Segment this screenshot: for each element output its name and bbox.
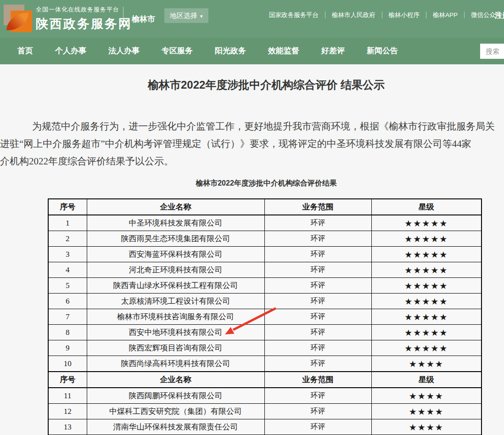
register-link[interactable]: 注册 xyxy=(495,11,504,21)
cell-serial-number: 12 xyxy=(48,404,87,419)
table-caption: 榆林市2022年度涉批中介机构综合评价结果 xyxy=(0,178,504,188)
column-header: 星级 xyxy=(371,199,482,215)
nav-item-personal-services[interactable]: 个人办事 xyxy=(55,38,86,64)
cell-star-rating: ★★★★★ xyxy=(371,215,482,231)
cell-serial-number: 9 xyxy=(48,340,87,356)
cell-business-scope: 环评 xyxy=(264,340,371,356)
cell-company-name: 西安海蓝环保科技有限公司 xyxy=(87,247,264,262)
table-row: 2陕西雨昊生态环境集团有限公司环评★★★★★ xyxy=(48,231,482,247)
table-row: 13渭南华山环保科技发展有限责任公司环评★★★★ xyxy=(48,419,482,435)
table-row: 12中煤科工西安研究院（集团）有限公司环评★★★★ xyxy=(48,404,482,419)
table-row: 8西安中地环境科技有限公司环评★★★★★ xyxy=(48,325,482,340)
site-logo-icon[interactable] xyxy=(4,5,32,33)
cell-business-scope: 环评 xyxy=(264,325,371,340)
link-yulin-miniprogram[interactable]: 榆林小程序 xyxy=(382,11,426,18)
link-yulin-gov[interactable]: 榆林市人民政府 xyxy=(325,11,382,18)
cell-company-name: 太原核清环境工程设计有限公司 xyxy=(87,294,264,309)
paragraph-line: 介机构2022年度综合评价结果予以公示。 xyxy=(0,153,504,170)
column-header: 企业名称 xyxy=(87,372,264,388)
cell-star-rating: ★★★★ xyxy=(371,419,482,435)
cell-business-scope: 环评 xyxy=(264,262,371,278)
cell-serial-number: 2 xyxy=(48,231,87,247)
column-header: 序号 xyxy=(48,372,87,388)
cell-business-scope: 环评 xyxy=(264,388,371,404)
cell-star-rating: ★★★★★ xyxy=(371,325,482,340)
cell-company-name: 渭南华山环保科技发展有限责任公司 xyxy=(87,419,264,435)
cell-star-rating: ★★★★★ xyxy=(371,247,482,262)
page-title: 榆林市2022年度涉批中介机构综合评价 结果公示 xyxy=(0,77,504,93)
column-header: 星级 xyxy=(371,372,482,388)
chevron-down-icon: ▾ xyxy=(200,13,203,19)
header-links: 国家政务服务平台榆林市人民政府榆林小程序榆林APP微信公众号 xyxy=(263,11,504,18)
table-row: 3西安海蓝环保科技有限公司环评★★★★★ xyxy=(48,247,482,262)
cell-business-scope: 环评 xyxy=(264,309,371,325)
cell-serial-number: 4 xyxy=(48,262,87,278)
paragraph-line: 为规范中介服务行为，进一步强化中介监管工作，更好地提升我市营商环境，根据《榆林市… xyxy=(0,118,504,135)
cell-serial-number: 6 xyxy=(48,294,87,309)
cell-company-name: 河北奇正环境科技有限公司 xyxy=(87,262,264,278)
column-header: 企业名称 xyxy=(87,199,264,215)
region-select-button[interactable]: 地区选择▾ xyxy=(164,8,208,23)
cell-company-name: 中圣环境科技发展有限公司 xyxy=(87,215,264,231)
nav-item-legal-person-services[interactable]: 法人办事 xyxy=(108,38,140,64)
top-header-bar: 全国一体化在线政务服务平台 陕西政务服务网 榆林市 地区选择▾ 国家政务服务平台… xyxy=(0,0,504,38)
page-content: 榆林市2022年度涉批中介机构综合评价 结果公示 为规范中介服务行为，进一步强化… xyxy=(0,64,504,435)
column-header: 业务范围 xyxy=(264,372,371,388)
paragraph-line: 进驻“网上中介服务超市”中介机构考评管理规定（试行）》要求，现将评定的中圣环境科… xyxy=(0,135,504,153)
cell-business-scope: 环评 xyxy=(264,231,371,247)
cell-company-name: 榆林市环境科技咨询服务有限公司 xyxy=(87,309,264,325)
nav-item-open-government[interactable]: 阳光政务 xyxy=(215,38,246,64)
brand-block: 全国一体化在线政务服务平台 陕西政务服务网 xyxy=(36,6,132,32)
link-yulin-app[interactable]: 榆林APP xyxy=(426,11,464,18)
search-input[interactable] xyxy=(480,44,504,59)
cell-serial-number: 3 xyxy=(48,247,87,262)
cell-serial-number: 5 xyxy=(48,278,87,294)
column-header: 序号 xyxy=(48,199,87,215)
cell-business-scope: 环评 xyxy=(264,419,371,435)
current-city-label: 榆林市 xyxy=(132,14,155,24)
cell-company-name: 陕西青山绿水环保科技工程有限公司 xyxy=(87,278,264,294)
notice-paragraph: 为规范中介服务行为，进一步强化中介监管工作，更好地提升我市营商环境，根据《榆林市… xyxy=(0,118,504,170)
notice-document: 榆林市2022年度涉批中介机构综合评价 结果公示 为规范中介服务行为，进一步强化… xyxy=(0,77,504,435)
cell-company-name: 西安中地环境科技有限公司 xyxy=(87,325,264,340)
table-row: 5陕西青山绿水环保科技工程有限公司环评★★★★★ xyxy=(48,278,482,294)
cell-star-rating: ★★★★★ xyxy=(371,231,482,247)
cell-business-scope: 环评 xyxy=(264,215,371,231)
cell-business-scope: 环评 xyxy=(264,278,371,294)
brand-divider xyxy=(123,7,123,30)
cell-star-rating: ★★★★★ xyxy=(371,278,482,294)
cell-star-rating: ★★★★★ xyxy=(371,294,482,309)
nav-item-home[interactable]: 首页 xyxy=(17,38,33,64)
main-nav-bar: 首页个人办事法人办事专区服务阳光政务效能监督好差评新闻公告 xyxy=(0,38,504,64)
column-header: 业务范围 xyxy=(264,199,371,215)
link-national-platform[interactable]: 国家政务服务平台 xyxy=(263,11,325,18)
cell-serial-number: 1 xyxy=(48,215,87,231)
cell-star-rating: ★★★★★ xyxy=(371,309,482,325)
cell-star-rating: ★★★★★ xyxy=(371,340,482,356)
cell-business-scope: 环评 xyxy=(264,356,371,372)
nav-item-efficiency-supervision[interactable]: 效能监督 xyxy=(268,38,299,64)
table-row: 9陕西宏辉项目咨询有限公司环评★★★★★ xyxy=(48,340,482,356)
table-row: 1中圣环境科技发展有限公司环评★★★★★ xyxy=(48,215,482,231)
cell-serial-number: 10 xyxy=(48,356,87,372)
nav-item-zone-services[interactable]: 专区服务 xyxy=(162,38,193,64)
cell-company-name: 中煤科工西安研究院（集团）有限公司 xyxy=(87,404,264,419)
table-row: 11陕西阔鹏环保科技有限公司环评★★★★ xyxy=(48,388,482,404)
cell-company-name: 陕西雨昊生态环境集团有限公司 xyxy=(87,231,264,247)
evaluation-results-table: 序号企业名称业务范围星级1中圣环境科技发展有限公司环评★★★★★2陕西雨昊生态环… xyxy=(48,198,482,435)
cell-serial-number: 13 xyxy=(48,419,87,435)
cell-serial-number: 7 xyxy=(48,309,87,325)
site-title: 陕西政务服务网 xyxy=(36,16,132,32)
nav-item-service-rating[interactable]: 好差评 xyxy=(321,38,345,64)
brand-platform-label: 全国一体化在线政务服务平台 xyxy=(36,6,132,14)
table-header-row: 序号企业名称业务范围星级 xyxy=(48,199,482,215)
cell-company-name: 陕西宏辉项目咨询有限公司 xyxy=(87,340,264,356)
cell-serial-number: 11 xyxy=(48,388,87,404)
cell-business-scope: 环评 xyxy=(264,247,371,262)
cell-star-rating: ★★★★ xyxy=(371,388,482,404)
table-row: 4河北奇正环境科技有限公司环评★★★★★ xyxy=(48,262,482,278)
cell-serial-number: 8 xyxy=(48,325,87,340)
table-row: 10陕西尚绿高科环境科技有限公司环评★★★★ xyxy=(48,356,482,372)
nav-item-news[interactable]: 新闻公告 xyxy=(367,38,398,64)
table-header-row: 序号企业名称业务范围星级 xyxy=(48,372,482,388)
